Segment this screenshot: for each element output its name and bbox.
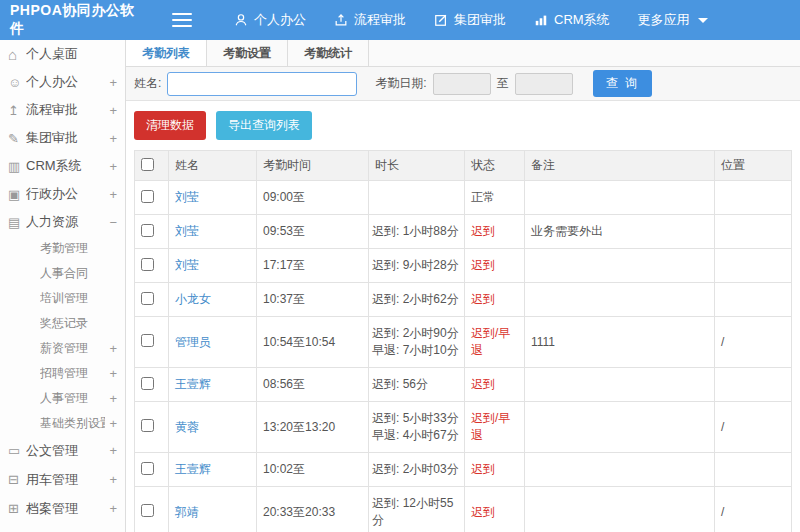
app-window: PHPOA协同办公软件 个人办公 流程审批 集团审批	[0, 0, 800, 532]
employee-name-link[interactable]: 郭靖	[175, 505, 199, 519]
expand-toggle-icon[interactable]: +	[105, 187, 117, 202]
location-cell	[715, 453, 792, 487]
sidebar-item[interactable]: 个人办公 +	[0, 68, 125, 96]
nav-item-label: CRM系统	[554, 11, 610, 29]
sidebar-item[interactable]: 考勤管理	[0, 236, 125, 261]
date-from-input[interactable]	[433, 73, 491, 95]
sidebar-item[interactable]: 流程审批 +	[0, 96, 125, 124]
expand-toggle-icon[interactable]: +	[105, 366, 117, 381]
column-header-duration: 时长	[369, 151, 465, 181]
duration-cell: 迟到: 2小时62分	[369, 283, 465, 317]
search-button[interactable]: 查 询	[593, 70, 652, 97]
attendance-time-cell: 10:02至	[257, 453, 369, 487]
table-row: 管理员 10:54至10:54 迟到: 2小时90分 早退: 7小时10分 迟到…	[135, 317, 792, 368]
sidebar-item[interactable]: 个人桌面	[0, 40, 125, 68]
employee-name-link[interactable]: 王壹辉	[175, 462, 211, 476]
duration-cell: 迟到: 5小时33分 早退: 4小时67分	[369, 402, 465, 453]
expand-toggle-icon[interactable]: +	[105, 103, 117, 118]
expand-toggle-icon[interactable]: +	[105, 159, 117, 174]
sidebar-item[interactable]: 公文管理 +	[0, 436, 125, 465]
tab-bar: 考勤列表 考勤设置 考勤统计	[126, 40, 800, 67]
sidebar-item-label: 人力资源	[26, 213, 105, 231]
sidebar-item-icon	[8, 132, 26, 145]
employee-name-link[interactable]: 刘莹	[175, 258, 199, 272]
status-badge: 迟到	[471, 258, 495, 272]
sidebar-item-label: 人事合同	[40, 265, 105, 282]
sidebar-item[interactable]: 培训管理	[0, 286, 125, 311]
employee-name-link[interactable]: 刘莹	[175, 224, 199, 238]
status-badge: 迟到/早退	[471, 326, 510, 357]
duration-cell: 迟到: 1小时88分	[369, 215, 465, 249]
employee-name-link[interactable]: 管理员	[175, 335, 211, 349]
column-header-location: 位置	[715, 151, 792, 181]
sidebar-item[interactable]: 项目管理 +	[0, 523, 125, 532]
row-checkbox[interactable]	[141, 419, 154, 432]
nav-more-apps[interactable]: 更多应用	[624, 0, 722, 40]
employee-name-link[interactable]: 黄蓉	[175, 420, 199, 434]
export-list-button[interactable]: 导出查询列表	[216, 111, 312, 140]
tab-attendance-list[interactable]: 考勤列表	[126, 40, 207, 66]
status-badge: 迟到	[471, 224, 495, 238]
row-checkbox[interactable]	[141, 334, 154, 347]
employee-name-link[interactable]: 刘莹	[175, 190, 199, 204]
expand-toggle-icon[interactable]: +	[105, 341, 117, 356]
topbar: PHPOA协同办公软件 个人办公 流程审批 集团审批	[0, 0, 800, 40]
sidebar-item[interactable]: CRM系统 +	[0, 152, 125, 180]
row-checkbox[interactable]	[141, 190, 154, 203]
name-filter-input[interactable]	[167, 72, 357, 96]
sidebar-item[interactable]: 人事合同	[0, 261, 125, 286]
duration-line1: 迟到: 9小时28分	[372, 257, 461, 274]
duration-line1: 迟到: 2小时62分	[372, 291, 461, 308]
duration-cell: 迟到: 9小时28分	[369, 249, 465, 283]
row-checkbox[interactable]	[141, 224, 154, 237]
sidebar-item[interactable]: 行政办公 +	[0, 180, 125, 208]
expand-toggle-icon[interactable]: +	[105, 501, 117, 516]
sidebar-item[interactable]: 基础类别设置 +	[0, 411, 125, 436]
row-checkbox[interactable]	[141, 504, 154, 517]
attendance-time-cell: 17:17至	[257, 249, 369, 283]
expand-toggle-icon[interactable]: +	[105, 443, 117, 458]
expand-toggle-icon[interactable]: +	[105, 391, 117, 406]
duration-cell: 迟到: 2小时03分	[369, 453, 465, 487]
app-logo[interactable]: PHPOA协同办公软件	[0, 2, 150, 38]
expand-toggle-icon[interactable]: +	[105, 472, 117, 487]
row-checkbox[interactable]	[141, 258, 154, 271]
tab-attendance-statistics[interactable]: 考勤统计	[288, 40, 369, 66]
sidebar-item-label: 考勤管理	[40, 240, 105, 257]
employee-name-link[interactable]: 小龙女	[175, 292, 211, 306]
table-row: 刘莹 09:53至 迟到: 1小时88分 迟到 业务需要外出	[135, 215, 792, 249]
nav-personal-office[interactable]: 个人办公	[220, 0, 320, 40]
nav-workflow-approval[interactable]: 流程审批	[320, 0, 420, 40]
sidebar-item-icon	[8, 188, 26, 201]
row-checkbox[interactable]	[141, 292, 154, 305]
nav-crm-system[interactable]: CRM系统	[520, 0, 624, 40]
sidebar-item-label: 培训管理	[40, 290, 105, 307]
select-all-checkbox[interactable]	[141, 158, 154, 171]
row-checkbox[interactable]	[141, 462, 154, 475]
employee-name-link[interactable]: 王壹辉	[175, 377, 211, 391]
sidebar-item[interactable]: 档案管理 +	[0, 494, 125, 523]
sidebar-item-label: 个人桌面	[26, 45, 105, 63]
column-header-name: 姓名	[169, 151, 257, 181]
expand-toggle-icon[interactable]: +	[105, 75, 117, 90]
date-to-label: 至	[497, 75, 509, 92]
sidebar-item-icon	[8, 216, 26, 229]
sidebar-item[interactable]: 人力资源 −	[0, 208, 125, 236]
sidebar-item[interactable]: 薪资管理 +	[0, 336, 125, 361]
sidebar-item[interactable]: 用车管理 +	[0, 465, 125, 494]
expand-toggle-icon[interactable]: −	[105, 215, 117, 230]
nav-group-approval[interactable]: 集团审批	[420, 0, 520, 40]
menu-toggle-icon[interactable]	[172, 13, 192, 27]
clean-data-button[interactable]: 清理数据	[134, 111, 206, 140]
row-checkbox[interactable]	[141, 377, 154, 390]
sidebar-item-label: 档案管理	[26, 500, 105, 518]
sidebar-item[interactable]: 奖惩记录	[0, 311, 125, 336]
expand-toggle-icon[interactable]: +	[105, 416, 117, 431]
expand-toggle-icon[interactable]: +	[105, 131, 117, 146]
sidebar-item[interactable]: 人事管理 +	[0, 386, 125, 411]
tab-attendance-settings[interactable]: 考勤设置	[207, 40, 288, 66]
date-to-input[interactable]	[515, 73, 573, 95]
sidebar-item[interactable]: 招聘管理 +	[0, 361, 125, 386]
sidebar-item[interactable]: 集团审批 +	[0, 124, 125, 152]
location-cell	[715, 368, 792, 402]
